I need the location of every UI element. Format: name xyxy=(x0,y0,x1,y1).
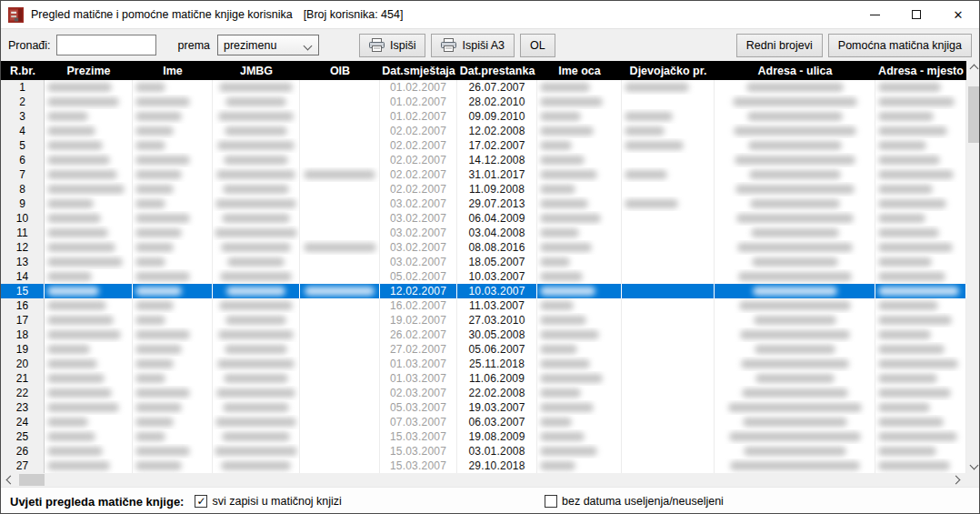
redacted-jmbg xyxy=(218,112,294,121)
horizontal-scrollbar[interactable] xyxy=(1,473,980,487)
table-row[interactable]: 1616.02.200711.03.2007 xyxy=(1,298,966,313)
table-row[interactable]: 802.02.200711.09.2008 xyxy=(1,182,966,197)
redacted-mjesto xyxy=(878,185,933,194)
sort-by-selected-value: prezimenu xyxy=(224,39,276,52)
table-row[interactable]: 402.02.200712.02.2008 xyxy=(1,124,966,138)
maximize-button[interactable] xyxy=(895,1,937,28)
table-row[interactable]: 2202.03.200722.02.2008 xyxy=(1,386,966,400)
cell-pre: 03.01.2008 xyxy=(457,444,537,459)
table-row[interactable]: 1512.02.200710.03.2007 xyxy=(1,284,966,298)
cell-jmbg xyxy=(213,109,300,124)
cell-otac xyxy=(537,138,622,153)
table-row[interactable]: 2305.03.200719.03.2007 xyxy=(1,400,966,415)
cell-jmbg xyxy=(213,269,300,284)
column-header-jmbg[interactable]: JMBG xyxy=(213,61,300,80)
scroll-left-button[interactable] xyxy=(3,474,17,486)
cell-pre: 06.03.2007 xyxy=(457,415,537,429)
redacted-ime xyxy=(135,461,182,470)
cell-oib xyxy=(300,342,380,357)
table-row[interactable]: 1405.02.200710.03.2007 xyxy=(1,269,966,284)
table-row[interactable]: 201.02.200728.02.2010 xyxy=(1,95,966,109)
redacted-ulica xyxy=(728,403,862,412)
horizontal-scrollbar-thumb[interactable] xyxy=(19,474,45,486)
table-row[interactable]: 2001.03.200725.11.2018 xyxy=(1,357,966,371)
table-row[interactable]: 903.02.200729.07.2013 xyxy=(1,197,966,211)
cell-prezime xyxy=(45,240,133,255)
cell-oib xyxy=(300,109,380,124)
cell-otac xyxy=(537,415,622,429)
print-a3-button[interactable]: Ispiši A3 xyxy=(431,34,515,57)
cell-pre: 31.01.2017 xyxy=(457,167,537,182)
scroll-up-button[interactable] xyxy=(966,61,980,76)
redacted-ime xyxy=(135,418,174,427)
redacted-mjesto xyxy=(878,97,955,106)
column-header-oib[interactable]: OIB xyxy=(300,61,380,80)
redacted-otac xyxy=(540,301,574,310)
vertical-scrollbar[interactable] xyxy=(966,61,980,473)
cell-mjesto xyxy=(875,167,966,182)
table-row[interactable]: 2101.03.200711.06.2009 xyxy=(1,371,966,386)
column-header-otac[interactable]: Ime oca xyxy=(537,61,622,80)
table-row[interactable]: 602.02.200714.12.2008 xyxy=(1,153,966,167)
minimize-button[interactable] xyxy=(854,1,895,28)
table-row[interactable]: 502.02.200717.02.2007 xyxy=(1,138,966,153)
all-records-checkbox[interactable]: ✓ xyxy=(195,495,207,508)
cell-prezime xyxy=(45,328,133,342)
column-header-rbr[interactable]: R.br. xyxy=(1,61,45,80)
redacted-ulica xyxy=(741,359,849,368)
sort-by-dropdown[interactable]: prezimenu xyxy=(217,35,319,55)
column-header-pre[interactable]: Dat.prestanka xyxy=(457,61,537,80)
table-row[interactable]: 1826.02.200730.05.2008 xyxy=(1,328,966,342)
print-button[interactable]: Ispiši xyxy=(359,34,425,57)
redacted-otac xyxy=(540,199,588,208)
redacted-prezime xyxy=(47,403,119,412)
vertical-scrollbar-thumb[interactable] xyxy=(968,86,979,143)
cell-rbr: 4 xyxy=(1,124,45,138)
column-header-ime[interactable]: Ime xyxy=(133,61,213,80)
table-row[interactable]: 1927.02.200705.06.2007 xyxy=(1,342,966,357)
close-button[interactable]: ✕ xyxy=(937,1,979,28)
all-records-checkbox-group[interactable]: ✓ svi zapisi u matičnoj knjizi xyxy=(195,495,341,508)
cell-mjesto xyxy=(875,459,966,473)
ol-button[interactable]: OL xyxy=(520,34,555,57)
redacted-jmbg xyxy=(224,374,288,383)
table-row[interactable]: 301.02.200709.09.2010 xyxy=(1,109,966,124)
table-row[interactable]: 2615.03.200703.01.2008 xyxy=(1,444,966,459)
table-row[interactable]: 1103.02.200703.04.2008 xyxy=(1,226,966,240)
ordinal-numbers-button[interactable]: Redni brojevi xyxy=(736,34,823,57)
table-row[interactable]: 1003.02.200706.04.2009 xyxy=(1,211,966,226)
cell-mjesto xyxy=(875,182,966,197)
table-row[interactable]: 101.02.200726.07.2007 xyxy=(1,80,966,95)
redacted-prezime xyxy=(47,330,121,339)
table-row[interactable]: 1719.02.200727.03.2010 xyxy=(1,313,966,328)
column-header-djev[interactable]: Djevojačko pr. xyxy=(622,61,715,80)
table-row[interactable]: 2515.03.200719.08.2009 xyxy=(1,429,966,444)
redacted-mjesto xyxy=(878,345,945,354)
table-row[interactable]: 702.02.200731.01.2017 xyxy=(1,167,966,182)
table-row[interactable]: 2407.03.200706.03.2007 xyxy=(1,415,966,429)
column-header-smj[interactable]: Dat.smještaja xyxy=(380,61,457,80)
scroll-right-button[interactable] xyxy=(948,474,963,486)
cell-pre: 12.02.2008 xyxy=(457,124,537,138)
column-header-mjesto[interactable]: Adresa - mjesto xyxy=(875,61,966,80)
cell-oib xyxy=(300,153,380,167)
cell-ime xyxy=(133,153,213,167)
no-move-in-date-checkbox[interactable] xyxy=(545,495,557,508)
find-input[interactable] xyxy=(56,35,156,55)
cell-jmbg xyxy=(213,328,300,342)
redacted-ime xyxy=(135,228,182,237)
column-header-ulica[interactable]: Adresa - ulica xyxy=(715,61,875,80)
auxiliary-register-button[interactable]: Pomoćna matična knjiga xyxy=(828,34,972,57)
table-row[interactable]: 1203.02.200708.08.2016 xyxy=(1,240,966,255)
column-header-prezime[interactable]: Prezime xyxy=(45,61,133,80)
table-row[interactable]: 2715.03.200729.10.2018 xyxy=(1,459,966,473)
no-move-in-date-checkbox-group[interactable]: bez datuma useljenja/neuseljeni xyxy=(545,495,724,508)
cell-ulica xyxy=(715,240,875,255)
register-table: R.br.PrezimeImeJMBGOIBDat.smještajaDat.p… xyxy=(1,61,980,473)
scroll-down-button[interactable] xyxy=(966,458,980,473)
redacted-ime xyxy=(135,374,165,383)
cell-oib xyxy=(300,371,380,386)
redacted-mjesto xyxy=(878,243,953,252)
cell-otac xyxy=(537,444,622,459)
table-row[interactable]: 1303.02.200718.05.2007 xyxy=(1,255,966,269)
